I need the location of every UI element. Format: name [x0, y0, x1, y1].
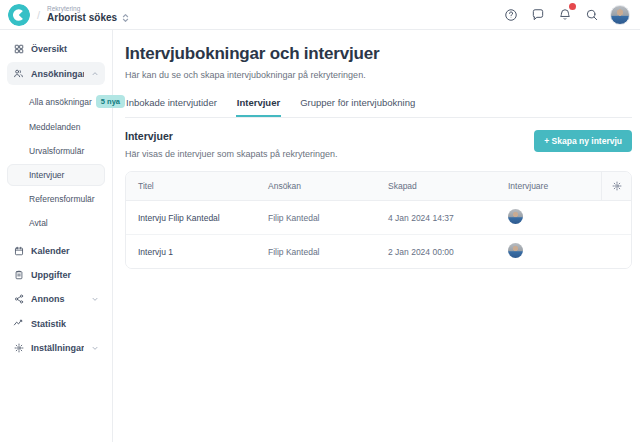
- cell-titel: Intervju Filip Kantedal: [126, 205, 256, 231]
- tab-grupper-for-intervjubokning[interactable]: Grupper för intervjubokning: [299, 93, 416, 117]
- cell-intervjuare: [496, 235, 601, 268]
- notifications-button[interactable]: [556, 6, 574, 24]
- grid-icon: [13, 44, 24, 54]
- column-header-ansokan: Ansökan: [256, 172, 376, 200]
- messages-button[interactable]: [529, 6, 547, 24]
- tab-intervjuer[interactable]: Intervjuer: [236, 93, 281, 117]
- sidebar-item-label: Annons: [31, 294, 84, 304]
- subnav-item-label: Alla ansökningar: [29, 97, 92, 107]
- chevron-up-icon: [91, 70, 99, 78]
- recruitment-switcher[interactable]: Rekrytering Arborist sökes: [47, 5, 129, 24]
- subnav-item-label: Urvalsformulär: [29, 146, 84, 156]
- brand-context-label: Rekrytering: [47, 5, 129, 12]
- table-settings-button[interactable]: [601, 172, 631, 200]
- column-header-intervjuare: Intervjuare: [496, 172, 601, 200]
- logo-icon: [8, 4, 30, 26]
- cell-skapad: 4 Jan 2024 14:37: [376, 205, 496, 231]
- cell-ansokan: Filip Kantedal: [256, 205, 376, 231]
- brand-separator: /: [37, 9, 40, 21]
- users-icon: [13, 68, 24, 79]
- column-header-titel: Titel: [126, 172, 256, 200]
- search-button[interactable]: [583, 6, 601, 24]
- brand: / Rekrytering Arborist sökes: [8, 4, 129, 26]
- trend-chart-icon: [13, 318, 24, 329]
- sidebar-item-label: Statistik: [31, 319, 99, 329]
- cell-skapad: 2 Jan 2024 00:00: [376, 239, 496, 265]
- sidebar-item-label: Uppgifter: [31, 270, 99, 280]
- sidebar-item-meddelanden[interactable]: Meddelanden: [7, 116, 105, 138]
- cell-ansokan: Filip Kantedal: [256, 239, 376, 265]
- subnav-item-label: Referensformulär: [29, 194, 95, 204]
- cell-actions: [601, 244, 631, 260]
- calendar-icon: [13, 246, 24, 256]
- interviews-table: Titel Ansökan Skapad Intervjuare Intervj…: [125, 171, 632, 269]
- notification-badge: [569, 3, 576, 10]
- sidebar-item-label: Ansökningar: [31, 69, 84, 79]
- sidebar-item-referensformular[interactable]: Referensformulär: [7, 188, 105, 210]
- sidebar-item-label: Inställningar: [31, 343, 84, 353]
- create-interview-button[interactable]: + Skapa ny intervju: [534, 130, 632, 152]
- subnav-item-label: Avtal: [29, 218, 48, 228]
- share-icon: [13, 294, 24, 304]
- help-button[interactable]: [502, 6, 520, 24]
- clipboard-icon: [13, 270, 24, 280]
- subnav-item-label: Intervjuer: [29, 170, 64, 180]
- help-icon: [504, 8, 518, 22]
- chevron-down-icon: [91, 344, 99, 352]
- table-row[interactable]: Intervju 1 Filip Kantedal 2 Jan 2024 00:…: [126, 235, 631, 268]
- sidebar-item-label: Kalender: [31, 246, 99, 256]
- tab-bar: Inbokade intervjutider Intervjuer Gruppe…: [125, 93, 632, 118]
- sidebar: Översikt Ansökningar Alla ansökningar 5 …: [0, 30, 113, 442]
- sidebar-item-urvalsformular[interactable]: Urvalsformulär: [7, 140, 105, 162]
- column-header-skapad: Skapad: [376, 172, 496, 200]
- table-row[interactable]: Intervju Filip Kantedal Filip Kantedal 4…: [126, 201, 631, 235]
- interviewer-avatar[interactable]: [508, 243, 523, 258]
- top-header: / Rekrytering Arborist sökes: [0, 0, 640, 30]
- search-icon: [585, 8, 599, 22]
- updown-selector-icon: [122, 13, 129, 23]
- sidebar-item-intervjuer[interactable]: Intervjuer: [7, 164, 105, 186]
- gear-icon: [612, 181, 622, 191]
- user-avatar[interactable]: [610, 5, 630, 25]
- ansokningar-subnav: Alla ansökningar 5 nya Meddelanden Urval…: [7, 87, 105, 240]
- app-logo[interactable]: [8, 4, 30, 26]
- sidebar-item-kalender[interactable]: Kalender: [7, 240, 105, 262]
- sidebar-item-annons[interactable]: Annons: [7, 288, 105, 310]
- top-actions: [502, 5, 630, 25]
- sidebar-item-avtal[interactable]: Avtal: [7, 212, 105, 234]
- page-subtitle: Här kan du se och skapa intervjubokninga…: [125, 70, 632, 80]
- subnav-item-label: Meddelanden: [29, 122, 81, 132]
- sidebar-item-statistik[interactable]: Statistik: [7, 312, 105, 335]
- sidebar-item-oversikt[interactable]: Översikt: [7, 38, 105, 60]
- main-content: Intervjubokningar och intervjuer Här kan…: [113, 30, 640, 442]
- sidebar-item-ansokningar[interactable]: Ansökningar: [7, 62, 105, 85]
- bell-icon: [558, 8, 572, 22]
- cell-actions: [601, 210, 631, 226]
- table-header-row: Titel Ansökan Skapad Intervjuare: [126, 172, 631, 201]
- sidebar-item-uppgifter[interactable]: Uppgifter: [7, 264, 105, 286]
- interviewer-avatar[interactable]: [508, 209, 523, 224]
- gear-icon: [13, 343, 24, 353]
- tab-inbokade-intervjutider[interactable]: Inbokade intervjutider: [125, 93, 218, 117]
- cell-intervjuare: [496, 201, 601, 234]
- page-title: Intervjubokningar och intervjuer: [125, 44, 632, 64]
- section-description: Här visas de intervjuer som skapats på r…: [125, 149, 338, 159]
- chevron-down-icon: [91, 295, 99, 303]
- cell-titel: Intervju 1: [126, 239, 256, 265]
- chat-icon: [531, 8, 545, 22]
- section-title: Intervjuer: [125, 130, 338, 142]
- recruitment-title: Arborist sökes: [47, 12, 117, 24]
- sidebar-item-alla-ansokningar[interactable]: Alla ansökningar 5 nya: [7, 89, 105, 114]
- sidebar-item-installningar[interactable]: Inställningar: [7, 337, 105, 359]
- sidebar-item-label: Översikt: [31, 44, 99, 54]
- section-header: Intervjuer Här visas de intervjuer som s…: [125, 130, 632, 159]
